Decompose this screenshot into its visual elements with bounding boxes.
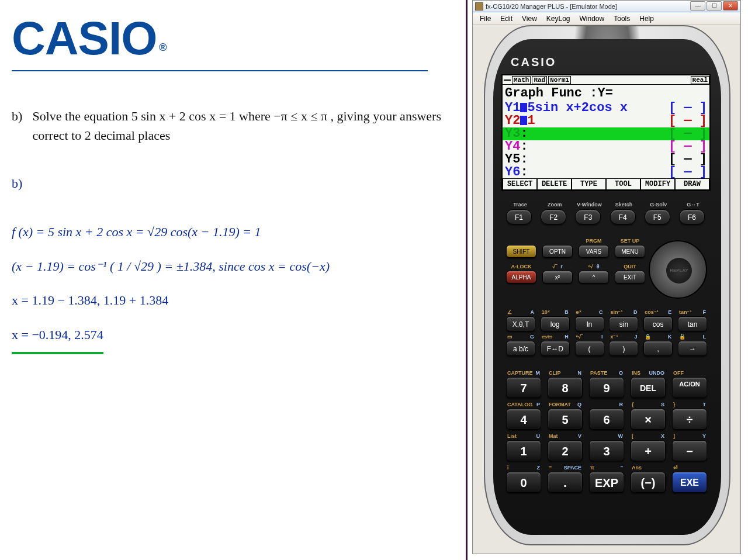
y6-style: [ — ]: [669, 166, 707, 179]
key-alpha[interactable]: ALPHA: [506, 271, 536, 284]
key-caret[interactable]: ^: [579, 271, 609, 284]
key-optn[interactable]: OPTN: [542, 245, 573, 258]
y5-row: Y5: [ — ]: [503, 153, 709, 166]
y1-enabled-icon: [520, 103, 527, 112]
menu-edit[interactable]: Edit: [496, 13, 517, 24]
key-[interactable]: ,: [643, 341, 673, 356]
key-k[interactable]: ×: [631, 409, 666, 430]
key-7[interactable]: 7: [506, 377, 541, 398]
key-menu[interactable]: MENU: [615, 245, 645, 258]
menu-help[interactable]: Help: [635, 13, 659, 24]
y2-row: Y21 [ — ]: [503, 115, 709, 127]
key-f1[interactable]: F1: [506, 209, 532, 224]
key-xt[interactable]: X,θ,T: [506, 316, 535, 331]
key-fd[interactable]: F↔D: [541, 341, 570, 356]
softkey-row: SELECT DELETE TYPE TOOL MODIFY DRAW: [503, 178, 709, 190]
key-[interactable]: (: [575, 341, 604, 356]
key-optn-col: OPTN: [542, 238, 573, 258]
key-sin[interactable]: sin: [609, 316, 638, 331]
maximize-button[interactable]: ☐: [707, 1, 722, 11]
key-4[interactable]: 4: [506, 409, 541, 430]
key-sin-col: sin⁻¹D sin: [609, 309, 638, 331]
key-5-col: FORMATQ 5: [548, 402, 583, 430]
key-9[interactable]: 9: [589, 377, 624, 398]
key-5[interactable]: 5: [548, 409, 583, 430]
question-b: b) Solve the equation 5 sin x + 2 cos x …: [12, 106, 454, 145]
close-button[interactable]: ✕: [723, 1, 738, 11]
key-x2[interactable]: x²: [542, 271, 573, 284]
key-f6[interactable]: F6: [679, 209, 705, 224]
key-cos-col: cos⁻¹E cos: [643, 309, 673, 331]
key-ln[interactable]: ln: [575, 316, 604, 331]
f6-col: G↔T F6: [679, 202, 707, 224]
window-controls: — ☐ ✕: [689, 1, 738, 11]
key-8[interactable]: 8: [548, 377, 583, 398]
soft-tool: TOOL: [606, 178, 640, 190]
menubar: File Edit View KeyLog Window Tools Help: [473, 12, 740, 25]
key--col: 🔒K ,: [643, 334, 673, 356]
registered-mark: ®: [159, 42, 166, 53]
menu-view[interactable]: View: [517, 13, 542, 24]
window-title: fx-CG10/20 Manager PLUS - [Emulator Mode…: [486, 3, 617, 10]
key--col: ⁿ√‾I (: [575, 334, 604, 356]
key-f5[interactable]: F5: [645, 209, 670, 224]
key-exp[interactable]: EXP: [589, 472, 624, 493]
key-k[interactable]: .: [548, 472, 583, 493]
key-1[interactable]: 1: [506, 440, 541, 461]
key-2[interactable]: 2: [548, 440, 583, 461]
menu-window[interactable]: Window: [575, 13, 610, 24]
key-exp-col: π" EXP: [589, 465, 624, 493]
f5-label: G-Solv: [645, 202, 673, 208]
key--col: ]Y −: [672, 433, 707, 461]
soft-delete: DELETE: [537, 178, 572, 190]
lbl-sqrt: √‾: [552, 264, 557, 271]
num-row-3: iZ 0=SPACE .π" EXPAns (−)⏎ EXE: [506, 465, 707, 493]
battery-icon: [504, 79, 511, 81]
key-vars[interactable]: VARS: [579, 245, 609, 258]
y6-row: Y6: [ — ]: [503, 166, 709, 179]
f4-label: Sketch: [610, 202, 638, 208]
dpad[interactable]: REPLAY: [649, 240, 707, 299]
key-tan[interactable]: tan: [678, 316, 707, 331]
key-exe[interactable]: EXE: [672, 472, 707, 493]
menu-keylog[interactable]: KeyLog: [542, 13, 575, 24]
dpad-center[interactable]: REPLAY: [666, 258, 692, 284]
key-3[interactable]: 3: [589, 440, 624, 461]
key-exe-col: ⏎ EXE: [672, 465, 707, 493]
lbl-prgm: PRGM: [586, 238, 602, 245]
status-math: Math: [512, 76, 531, 84]
f3-label: V-Window: [575, 202, 603, 208]
key-k[interactable]: ÷: [672, 409, 707, 430]
key-0-col: iZ 0: [506, 465, 541, 493]
minimize-button[interactable]: —: [690, 1, 705, 11]
menu-file[interactable]: File: [475, 13, 496, 24]
key--col: =SPACE .: [548, 465, 583, 493]
key-exit[interactable]: EXIT: [615, 271, 645, 284]
key-xt-col: ∠A X,θ,T: [506, 309, 535, 331]
key-[interactable]: ): [609, 341, 638, 356]
key-f4[interactable]: F4: [610, 209, 636, 224]
key-shift[interactable]: SHIFT: [506, 245, 536, 258]
key-del[interactable]: DEL: [631, 377, 666, 398]
question-text: Solve the equation 5 sin x + 2 cos x = 1…: [33, 106, 442, 145]
titlebar[interactable]: fx-CG10/20 Manager PLUS - [Emulator Mode…: [473, 1, 740, 12]
key-log[interactable]: log: [541, 316, 570, 331]
key-k[interactable]: (−): [631, 472, 666, 493]
key-k[interactable]: −: [672, 440, 707, 461]
key-cos[interactable]: cos: [643, 316, 673, 331]
y4-row: Y4: [ — ]: [503, 140, 709, 153]
key-f3[interactable]: F3: [575, 209, 601, 224]
key-k[interactable]: +: [631, 440, 666, 461]
key-abc[interactable]: a b/c: [506, 341, 535, 356]
key-[interactable]: →: [678, 341, 707, 356]
key-0[interactable]: 0: [506, 472, 541, 493]
num-row-1: CATALOGP 4FORMATQ 5R 6{S ×}T ÷: [506, 402, 707, 430]
key-6[interactable]: 6: [589, 409, 624, 430]
key-7-col: CAPTUREM 7: [506, 370, 541, 398]
key-4-col: CATALOGP 4: [506, 402, 541, 430]
menu-tools[interactable]: Tools: [609, 13, 635, 24]
key-acon[interactable]: AC/ON: [672, 377, 707, 398]
answer-label: b): [12, 168, 454, 199]
key-1-col: ListU 1: [506, 433, 541, 461]
key-f2[interactable]: F2: [541, 209, 566, 224]
